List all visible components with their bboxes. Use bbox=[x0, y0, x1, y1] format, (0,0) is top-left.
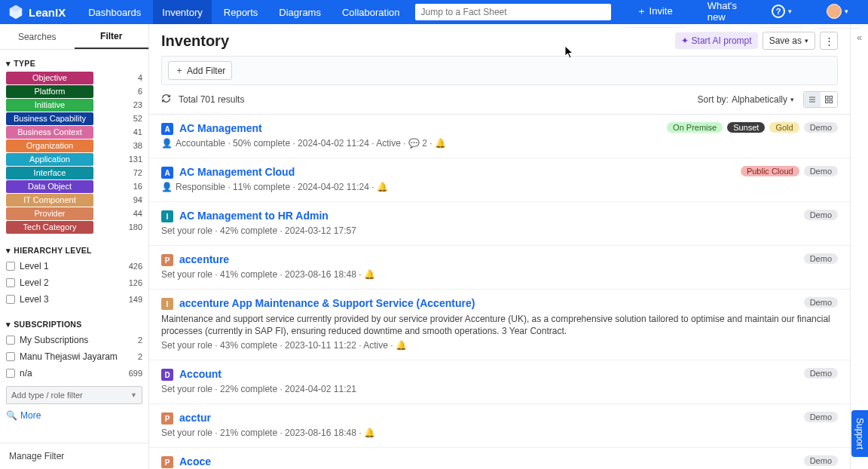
tag: Demo bbox=[804, 368, 838, 379]
list-item: A AC Management Cloud Public CloudDemo 👤… bbox=[149, 158, 850, 202]
checkbox-row[interactable]: My Subscriptions2 bbox=[6, 332, 142, 348]
chevron-down-icon: ▾ bbox=[790, 96, 794, 103]
checkbox-count: 2 bbox=[138, 352, 142, 361]
checkbox-icon bbox=[6, 369, 15, 378]
factsheet-link[interactable]: Acoce bbox=[179, 455, 211, 467]
invite-button[interactable]: ＋Invite bbox=[625, 0, 685, 28]
checkbox-count: 2 bbox=[138, 336, 142, 345]
search-icon: 🔍 bbox=[6, 410, 17, 421]
global-search[interactable] bbox=[415, 4, 611, 20]
item-meta: Set your role · 41% complete · 2023-08-1… bbox=[161, 269, 838, 280]
brand-logo[interactable]: LeanIX bbox=[8, 4, 66, 20]
refresh-button[interactable] bbox=[161, 93, 171, 106]
tab-filter[interactable]: Filter bbox=[75, 24, 149, 49]
plus-icon: ＋ bbox=[637, 5, 646, 18]
type-chip: Initiative bbox=[6, 99, 93, 112]
type-count: 52 bbox=[133, 114, 142, 123]
type-filter-row[interactable]: Initiative23 bbox=[6, 98, 142, 112]
more-filters-link[interactable]: 🔍More bbox=[6, 410, 142, 421]
checkbox-row[interactable]: Level 3149 bbox=[6, 291, 142, 308]
facet-subscriptions-toggle[interactable]: ▾SUBSCRIPTIONS bbox=[6, 315, 142, 332]
whats-new-link[interactable]: What's new2 bbox=[695, 0, 749, 32]
nav-collaboration[interactable]: Collaboration bbox=[333, 0, 409, 24]
type-filter-row[interactable]: Interface72 bbox=[6, 166, 142, 179]
type-filter-row[interactable]: Business Capability52 bbox=[6, 112, 142, 125]
item-meta: Set your role · 43% complete · 2023-10-1… bbox=[161, 340, 838, 351]
nav-inventory[interactable]: Inventory bbox=[153, 0, 211, 24]
svg-rect-6 bbox=[830, 97, 833, 100]
checkbox-row[interactable]: Level 2126 bbox=[6, 274, 142, 291]
checkbox-row[interactable]: Level 1426 bbox=[6, 258, 142, 274]
type-filter-row[interactable]: Application131 bbox=[6, 152, 142, 166]
factsheet-link[interactable]: AC Management bbox=[179, 122, 262, 134]
support-button[interactable]: Support bbox=[851, 410, 868, 457]
factsheet-type-badge: P bbox=[161, 412, 173, 425]
type-count: 23 bbox=[133, 100, 142, 109]
type-filter-row[interactable]: Objective4 bbox=[6, 71, 142, 84]
facet-type-toggle[interactable]: ▾TYPE bbox=[6, 54, 142, 71]
chevron-down-icon: ▾ bbox=[805, 37, 808, 44]
tag: Demo bbox=[804, 297, 838, 308]
type-chip: Application bbox=[6, 153, 93, 166]
factsheet-list[interactable]: A AC Management On PremiseSunsetGoldDemo… bbox=[149, 115, 850, 469]
brand-name: LeanIX bbox=[29, 6, 66, 19]
nav-dashboards[interactable]: Dashboards bbox=[79, 0, 150, 24]
factsheet-link[interactable]: AC Management to HR Admin bbox=[179, 210, 329, 222]
view-toggle bbox=[803, 91, 838, 108]
type-filter-row[interactable]: IT Component94 bbox=[6, 193, 142, 207]
kebab-icon: ⋮ bbox=[824, 35, 834, 47]
user-menu[interactable]: ▾ bbox=[815, 0, 860, 29]
item-meta: 👤Accountable · 50% complete · 2024-04-02… bbox=[161, 138, 838, 149]
nav-reports[interactable]: Reports bbox=[215, 0, 267, 24]
tag: Demo bbox=[804, 412, 838, 422]
type-count: 4 bbox=[138, 73, 142, 82]
checkbox-row[interactable]: n/a699 bbox=[6, 365, 142, 382]
manage-filter-button[interactable]: Manage Filter bbox=[0, 443, 148, 469]
collapse-right-panel[interactable]: « bbox=[850, 24, 868, 469]
tag: Public Cloud bbox=[741, 166, 799, 176]
type-filter-row[interactable]: Organization38 bbox=[6, 139, 142, 152]
nav-diagrams[interactable]: Diagrams bbox=[270, 0, 330, 24]
factsheet-link[interactable]: accenture App Maintenance & Support Serv… bbox=[179, 297, 475, 309]
type-filter-row[interactable]: Tech Category180 bbox=[6, 220, 142, 234]
chevron-down-icon: ▼ bbox=[130, 391, 137, 399]
factsheet-link[interactable]: acctur bbox=[179, 412, 211, 424]
view-list-button[interactable] bbox=[804, 92, 821, 107]
save-as-button[interactable]: Save as▾ bbox=[763, 32, 815, 50]
type-filter-row[interactable]: Data Object16 bbox=[6, 179, 142, 193]
factsheet-link[interactable]: AC Management Cloud bbox=[179, 166, 295, 178]
role-filter-select[interactable]: Add type / role filter ▼ bbox=[6, 386, 142, 404]
plus-icon: ＋ bbox=[175, 64, 184, 77]
list-item: D Account Demo Set your role · 22% compl… bbox=[149, 360, 850, 404]
result-count: Total 701 results bbox=[179, 94, 244, 105]
tab-searches[interactable]: Searches bbox=[0, 24, 75, 49]
checkbox-row[interactable]: Manu Thejaswi Jayaram2 bbox=[6, 348, 142, 365]
more-actions-button[interactable]: ⋮ bbox=[820, 32, 838, 50]
page-title: Inventory bbox=[161, 32, 229, 50]
view-grid-button[interactable] bbox=[821, 92, 837, 107]
factsheet-link[interactable]: Account bbox=[179, 368, 222, 380]
main-content: Inventory ✦Start AI prompt Save as▾ ⋮ ＋A… bbox=[149, 24, 850, 469]
help-menu[interactable]: ?▾ bbox=[760, 0, 804, 28]
checkbox-label: n/a bbox=[20, 368, 32, 379]
tag: On Premise bbox=[667, 122, 723, 133]
type-count: 94 bbox=[133, 195, 142, 204]
chevron-down-icon: ▾ bbox=[6, 59, 11, 68]
type-filter-row[interactable]: Platform6 bbox=[6, 84, 142, 98]
sort-dropdown[interactable]: Sort by: Alphabetically ▾ bbox=[698, 94, 794, 105]
type-filter-row[interactable]: Provider44 bbox=[6, 207, 142, 220]
type-chip: Provider bbox=[6, 207, 93, 220]
type-count: 6 bbox=[138, 87, 142, 96]
tag: Demo bbox=[804, 455, 838, 466]
tag-list: Demo bbox=[804, 297, 838, 308]
list-icon bbox=[808, 95, 817, 104]
facet-hierarchy-toggle[interactable]: ▾HIERARCHY LEVEL bbox=[6, 241, 142, 258]
type-filter-row[interactable]: Business Context41 bbox=[6, 125, 142, 139]
search-input[interactable] bbox=[415, 7, 611, 17]
list-item: I AC Management to HR Admin Demo Set you… bbox=[149, 202, 850, 246]
checkbox-label: Manu Thejaswi Jayaram bbox=[20, 351, 118, 362]
start-ai-prompt-button[interactable]: ✦Start AI prompt bbox=[675, 32, 758, 49]
tag: Demo bbox=[804, 122, 838, 133]
add-filter-button[interactable]: ＋Add Filter bbox=[168, 61, 232, 80]
factsheet-link[interactable]: accenture bbox=[179, 253, 229, 265]
